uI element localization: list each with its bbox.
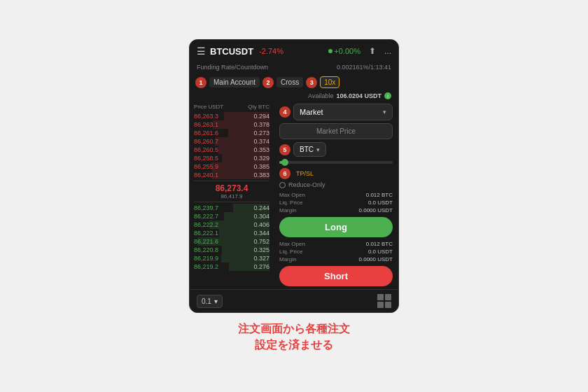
btc-chevron: ▾: [316, 146, 320, 153]
ob-sell-price: 86,258.5: [194, 155, 218, 162]
account-row: 1 Main Account 2 Cross 3 10x: [190, 74, 398, 91]
buy-rows: 86,239.7 0.244 86,222.7 0.304 86,222.2 0…: [194, 204, 270, 271]
ob-sell-row: 86,263.1 0.378: [194, 120, 270, 129]
more-icon[interactable]: ...: [384, 46, 391, 56]
short-margin-label: Margin: [279, 256, 296, 262]
long-maxopen-label: Max Open: [279, 192, 305, 198]
available-value: 106.0204 USDT: [336, 92, 382, 99]
long-margin-val: 0.0000 USDT: [359, 207, 393, 214]
ob-buy-price: 86,219.2: [194, 263, 218, 270]
short-stats: Max Open 0.012 BTC Liq. Price 0.0 USDT M…: [279, 240, 393, 263]
reduce-label: Reduce-Only: [288, 181, 326, 188]
ob-sell-row: 86,260.7 0.374: [194, 137, 270, 146]
phone-container: ☰ BTCUSDT -2.74% +0.00% ⬆ ... Funding Ra…: [189, 39, 399, 313]
btc-label: BTC: [300, 146, 314, 153]
price-change: -2.74%: [259, 47, 284, 55]
menu-icon[interactable]: ☰: [197, 46, 206, 57]
long-liqprice-val: 0.0 USDT: [368, 200, 393, 206]
ob-sell-row: 86,261.6 0.273: [194, 129, 270, 137]
ob-buy-price: 86,220.8: [194, 246, 218, 253]
funding-row: Funding Rate/Countdown 0.002161%/1:13:41: [190, 62, 398, 74]
grid-icon[interactable]: [377, 294, 391, 308]
chart-icon[interactable]: ⬆: [369, 46, 376, 56]
ob-sell-row: 86,260.5 0.353: [194, 146, 270, 154]
short-margin-val: 0.0000 USDT: [359, 256, 393, 262]
short-button[interactable]: Short: [279, 266, 393, 286]
grid-cell-4: [385, 302, 391, 308]
ob-buy-row: 86,220.8 0.325: [194, 246, 270, 254]
cross-button[interactable]: Cross: [276, 77, 303, 88]
badge-2: 2: [262, 77, 274, 88]
reduce-row: Reduce-Only: [279, 181, 393, 188]
qty-select[interactable]: 0.1 ▾: [197, 295, 223, 308]
main-layout: Price USDT Qty BTC 86,263.3 0.294 86,263…: [190, 101, 398, 289]
ob-sell-row: 86,240.1 0.383: [194, 171, 270, 179]
tpsl-label[interactable]: TP/SL: [296, 170, 314, 177]
ob-buy-row: 86,219.2 0.276: [194, 262, 270, 271]
sell-rows: 86,263.3 0.294 86,263.1 0.378 86,261.6 0…: [194, 112, 270, 179]
long-liqprice-label: Liq. Price: [279, 200, 302, 206]
long-stats: Max Open 0.012 BTC Liq. Price 0.0 USDT M…: [279, 191, 393, 214]
ob-sell-price: 86,263.3: [194, 113, 218, 120]
market-chevron: ▾: [383, 108, 386, 115]
ob-sell-row: 86,258.5 0.329: [194, 154, 270, 162]
ob-buy-price: 86,239.7: [194, 204, 218, 211]
ob-buy-row: 86,219.9 0.327: [194, 254, 270, 262]
badge-4: 4: [279, 106, 290, 118]
badge-6: 6: [279, 168, 290, 179]
btc-row: 5 BTC ▾: [279, 142, 393, 157]
caption: 注文画面から各種注文設定を済ませる: [238, 321, 350, 353]
short-liqprice-val: 0.0 USDT: [368, 248, 393, 255]
info-icon: i: [384, 92, 391, 99]
short-maxopen-val: 0.012 BTC: [366, 241, 393, 247]
short-maxopen-label: Max Open: [279, 241, 305, 247]
funding-value: 0.002161%/1:13:41: [337, 64, 391, 71]
ob-buy-price: 86,219.9: [194, 255, 218, 262]
grid-cell-1: [377, 294, 384, 300]
header: ☰ BTCUSDT -2.74% +0.00% ⬆ ...: [190, 40, 398, 62]
long-maxopen-val: 0.012 BTC: [366, 192, 393, 198]
bottom-row: 0.1 ▾: [190, 289, 398, 312]
slider-track[interactable]: [279, 161, 393, 164]
qty-chevron: ▾: [214, 298, 218, 305]
ob-col-price: Price USDT: [194, 104, 223, 110]
green-value: +0.00%: [328, 47, 360, 55]
ob-sell-row: 86,255.9 0.385: [194, 162, 270, 171]
ob-sell-price: 86,261.6: [194, 130, 218, 136]
market-select[interactable]: Market ▾: [293, 104, 393, 120]
outer-wrapper: ☰ BTCUSDT -2.74% +0.00% ⬆ ... Funding Ra…: [189, 39, 399, 353]
order-panel: 4 Market ▾ Market Price 5 BTC ▾: [274, 101, 398, 289]
ob-buy-price: 86,222.1: [194, 230, 218, 237]
ob-buy-price: 86,222.7: [194, 213, 218, 220]
ob-buy-row: 86,222.7 0.304: [194, 212, 270, 220]
badge-5: 5: [279, 144, 290, 155]
slider-row: [279, 160, 393, 165]
reduce-radio[interactable]: [279, 182, 286, 188]
slider-thumb[interactable]: [281, 159, 288, 166]
ob-col-qty: Qty BTC: [248, 104, 270, 110]
available-label: Available: [308, 92, 333, 99]
order-book: Price USDT Qty BTC 86,263.3 0.294 86,263…: [190, 101, 274, 289]
ob-buy-row: 86,222.1 0.344: [194, 229, 270, 237]
ob-buy-row: 86,239.7 0.244: [194, 204, 270, 212]
leverage-button[interactable]: 10x: [320, 76, 340, 88]
ob-sell-row: 86,263.3 0.294: [194, 112, 270, 120]
ob-sell-price: 86,260.5: [194, 146, 218, 153]
available-row: Available 106.0204 USDT i: [190, 91, 398, 101]
ob-buy-row: 86,222.2 0.406: [194, 220, 270, 229]
btc-select[interactable]: BTC ▾: [293, 142, 326, 157]
grid-cell-3: [377, 302, 384, 308]
qty-value: 0.1: [202, 298, 211, 305]
market-row: 4 Market ▾: [279, 104, 393, 120]
badge-3: 3: [306, 77, 317, 88]
market-type-label: Market: [300, 108, 323, 116]
ob-mid-sub: 86,417.9: [194, 193, 270, 200]
ob-buy-row: 86,221.6 0.752: [194, 237, 270, 246]
grid-cell-2: [385, 294, 391, 300]
symbol-label: BTCUSDT: [210, 46, 253, 57]
ob-header: Price USDT Qty BTC: [194, 104, 270, 110]
long-button[interactable]: Long: [279, 217, 393, 237]
funding-label: Funding Rate/Countdown: [197, 64, 268, 71]
main-account-button[interactable]: Main Account: [209, 77, 260, 88]
ob-mid-price: 86,273.4: [194, 183, 270, 193]
